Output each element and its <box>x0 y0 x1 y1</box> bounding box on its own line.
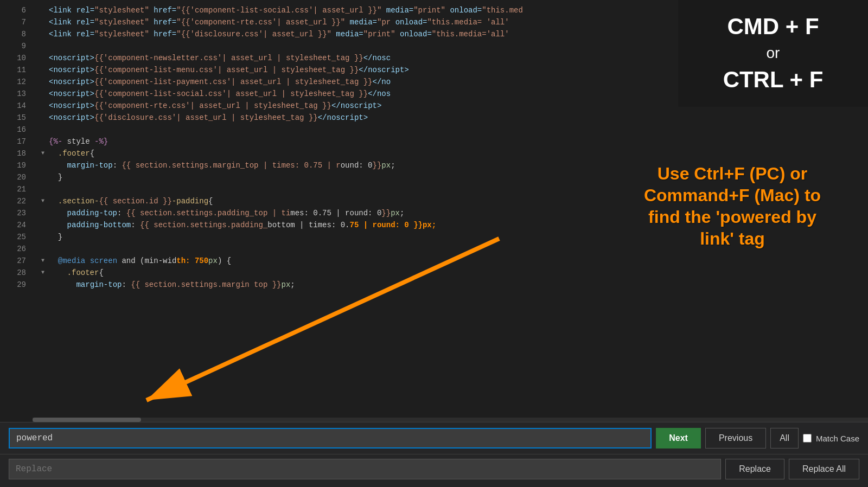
annotation-text-block: Use Ctrl+F (PC) or Command+F (Mac) to fi… <box>629 163 835 249</box>
scrollbar-thumb[interactable] <box>33 418 141 422</box>
match-case-checkbox[interactable] <box>803 434 812 443</box>
code-line-27: ▼ @media screen and (min-wid th: 750 px … <box>41 255 859 267</box>
scrollbar-track[interactable] <box>33 418 868 422</box>
code-line-28: ▼ .footer { <box>41 267 859 279</box>
search-row: Next Previous All Match Case <box>0 422 868 454</box>
code-line-15: <noscript> {{ 'disclosure.css' | asset_u… <box>41 112 859 124</box>
shortcut-ctrl-f: CTRL + F <box>695 66 851 93</box>
line-numbers: 6 7 8 9 10 11 12 13 14 15 16 17 18 19 20… <box>0 0 33 422</box>
shortcut-or: or <box>695 44 851 62</box>
annotation-text: Use Ctrl+F (PC) or Command+F (Mac) to fi… <box>629 163 835 249</box>
code-line-29: margin-top : {{ section.settings.margin … <box>41 279 859 291</box>
code-line-17: {%- style -%} <box>41 136 859 148</box>
search-input[interactable] <box>9 428 652 448</box>
next-button[interactable]: Next <box>656 428 701 448</box>
keyboard-shortcut-tooltip: CMD + F or CTRL + F <box>678 0 868 107</box>
replace-input[interactable] <box>9 459 721 479</box>
previous-button[interactable]: Previous <box>705 428 766 448</box>
code-line-18: ▼ .footer { <box>41 148 859 159</box>
search-replace-bar: Next Previous All Match Case Replace Rep… <box>0 422 868 487</box>
code-line-16 <box>41 124 859 136</box>
match-case-label[interactable]: Match Case <box>803 434 859 443</box>
all-button[interactable]: All <box>770 428 799 448</box>
replace-button[interactable]: Replace <box>725 459 784 479</box>
match-case-text: Match Case <box>816 434 859 443</box>
shortcut-cmd-f: CMD + F <box>695 13 851 40</box>
replace-all-button[interactable]: Replace All <box>789 459 859 479</box>
replace-row: Replace Replace All <box>0 454 868 483</box>
